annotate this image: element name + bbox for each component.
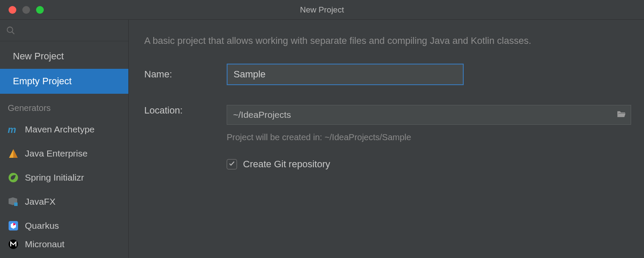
git-checkbox-row[interactable]: Create Git repository xyxy=(227,159,631,170)
generator-item-label: Java Enterprise xyxy=(25,148,88,159)
generator-item-label: JavaFX xyxy=(25,197,55,207)
name-input[interactable] xyxy=(227,64,464,85)
search-icon xyxy=(6,26,15,35)
location-value: ~/IdeaProjects xyxy=(227,110,612,120)
maximize-window-button[interactable] xyxy=(36,6,44,14)
svg-point-0 xyxy=(7,27,13,32)
generator-item-maven-archetype[interactable]: m Maven Archetype xyxy=(0,117,128,141)
javafx-icon xyxy=(8,196,19,207)
name-label: Name: xyxy=(144,69,227,80)
svg-text:m: m xyxy=(8,124,16,135)
generator-item-spring-initializr[interactable]: Spring Initializr xyxy=(0,166,128,190)
titlebar: New Project xyxy=(0,0,644,20)
browse-button[interactable] xyxy=(612,110,631,120)
window-title: New Project xyxy=(0,5,644,15)
micronaut-icon xyxy=(8,239,19,250)
quarkus-icon xyxy=(8,220,19,231)
folder-open-icon xyxy=(617,110,626,120)
name-row: Name: xyxy=(144,64,631,85)
generator-item-micronaut[interactable]: Micronaut xyxy=(0,238,128,251)
git-checkbox-label: Create Git repository xyxy=(243,159,330,170)
generator-item-label: Micronaut xyxy=(25,239,64,249)
search-input-wrap[interactable] xyxy=(0,20,128,41)
generator-item-quarkus[interactable]: Quarkus xyxy=(0,214,128,238)
generators-header: Generators xyxy=(0,94,128,117)
git-checkbox[interactable] xyxy=(227,159,237,169)
sidebar-item-label: New Project xyxy=(13,51,64,62)
close-window-button[interactable] xyxy=(9,6,16,14)
spring-icon xyxy=(8,172,19,183)
svg-rect-4 xyxy=(14,203,18,206)
maven-icon: m xyxy=(8,124,19,135)
generator-item-label: Spring Initializr xyxy=(25,172,84,183)
location-row: Location: ~/IdeaProjects xyxy=(144,105,631,125)
project-description: A basic project that allows working with… xyxy=(144,35,631,46)
generator-item-javafx[interactable]: JavaFX xyxy=(0,190,128,214)
minimize-window-button[interactable] xyxy=(22,6,30,14)
sidebar-list: New Project Empty Project Generators m M… xyxy=(0,41,128,251)
sidebar-item-empty-project[interactable]: Empty Project xyxy=(0,69,128,94)
svg-line-1 xyxy=(12,31,15,34)
check-icon xyxy=(228,160,235,169)
main-panel: A basic project that allows working with… xyxy=(129,20,644,258)
location-hint: Project will be created in: ~/IdeaProjec… xyxy=(227,132,631,142)
generator-item-label: Maven Archetype xyxy=(25,124,94,135)
sidebar: New Project Empty Project Generators m M… xyxy=(0,20,129,258)
location-label: Location: xyxy=(144,105,227,125)
window-controls xyxy=(0,6,44,14)
generator-item-java-enterprise[interactable]: Java Enterprise xyxy=(0,141,128,166)
location-input[interactable]: ~/IdeaProjects xyxy=(227,105,631,125)
generator-item-label: Quarkus xyxy=(25,221,59,231)
sidebar-item-label: Empty Project xyxy=(13,76,72,87)
sidebar-item-new-project[interactable]: New Project xyxy=(0,44,128,69)
java-enterprise-icon xyxy=(8,148,19,159)
